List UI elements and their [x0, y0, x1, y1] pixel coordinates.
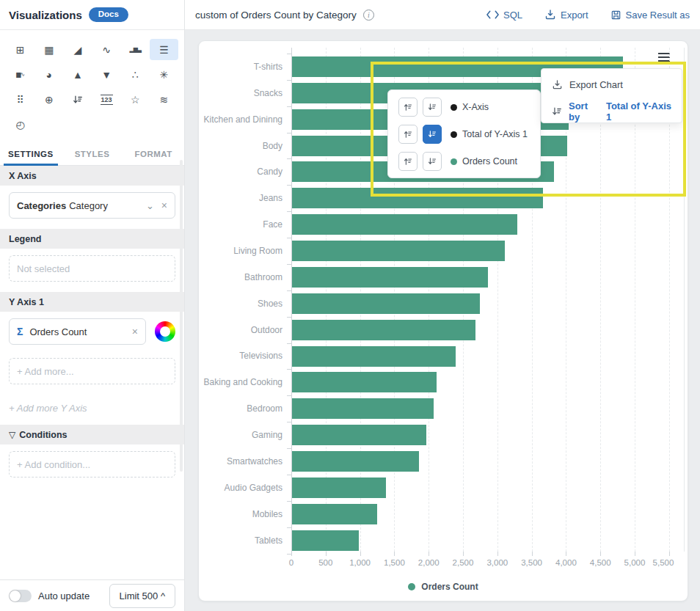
y-tick-mark [287, 290, 291, 291]
sort-asc-button[interactable] [398, 152, 418, 171]
sort-desc-button[interactable] [423, 125, 442, 144]
x-tick-mark [669, 552, 670, 556]
y-tick-mark [287, 501, 291, 502]
bar-gaming [292, 425, 426, 445]
scatter-plot-icon[interactable]: ∴ [121, 64, 150, 85]
bar-bedroom [292, 398, 434, 419]
sort-desc-button[interactable] [423, 152, 442, 171]
clear-x-axis-icon[interactable]: × [161, 200, 167, 211]
tab-format[interactable]: FORMAT [123, 142, 184, 165]
category-label: Mobiles [199, 501, 282, 527]
menu-item-sort-by[interactable]: Sort byTotal of Y-Axis 1 [542, 95, 682, 128]
category-label: Living Room [199, 238, 282, 264]
y-tick-mark [287, 106, 291, 107]
bar-audio-gadgets [292, 478, 386, 498]
sort-row-label: Orders Count [462, 156, 517, 167]
menu-item-label: Export Chart [569, 79, 623, 90]
category-label: T-shirts [199, 54, 282, 80]
y-tick-mark [287, 158, 291, 159]
category-label: Kitchen and Dininng [199, 106, 282, 133]
sort-desc-button[interactable] [423, 98, 442, 117]
category-label: Outdoor [199, 317, 282, 343]
x-tick-mark [566, 552, 566, 556]
funnel-chart-icon[interactable]: ▼ [92, 64, 121, 85]
color-wheel-picker[interactable] [155, 321, 175, 342]
menu-item-value: Total of Y-Axis 1 [606, 100, 671, 122]
export-icon [552, 79, 563, 90]
limit-button[interactable]: Limit 500 ^ [109, 584, 175, 608]
bar-face [292, 214, 517, 235]
export-button[interactable]: Export [544, 9, 588, 21]
bar-jeans [292, 188, 543, 208]
add-more-y-axis[interactable]: + Add more Y Axis [0, 391, 184, 425]
x-tick-mark [291, 552, 292, 556]
y-tick-mark [287, 422, 291, 422]
series-bullet [451, 104, 457, 111]
y-tick-mark [287, 475, 291, 475]
y-tick-mark [287, 185, 291, 186]
radar-chart-icon[interactable]: ☆ [121, 89, 150, 110]
number-kpi-icon[interactable]: 123 [92, 89, 121, 110]
x-tick-mark [360, 552, 361, 556]
bar-tablets [292, 530, 359, 551]
category-label: Televisions [199, 343, 282, 370]
bar-televisions [292, 346, 456, 367]
pie-chart-icon[interactable]: ◕ [34, 64, 63, 85]
docs-badge[interactable]: Docs [89, 7, 128, 22]
category-label: Tablets [199, 527, 282, 554]
sort-asc-button[interactable] [398, 98, 418, 117]
pyramid-chart-icon[interactable]: ▲ [63, 64, 92, 85]
category-label: Bathroom [199, 264, 282, 290]
y-tick-mark [287, 54, 291, 54]
conditions-section-header: ▽Conditions [0, 425, 184, 444]
save-result-button[interactable]: Save Result as [610, 10, 690, 21]
toolbar-actions: SQL Export Save Result as [486, 9, 690, 21]
sort-asc-button[interactable] [398, 125, 418, 144]
horizontal-bar-chart-icon[interactable]: ☰ [150, 39, 178, 60]
parallel-chart-icon[interactable]: ≋ [150, 89, 178, 110]
sidebar-scrollbar[interactable] [180, 160, 183, 472]
map-chart-icon[interactable]: ⊕ [34, 89, 63, 110]
bar-outdoor [292, 320, 475, 340]
y-axis-field-label: Orders Count [29, 326, 131, 337]
menu-item-export-chart[interactable]: Export Chart [542, 74, 682, 95]
app: Visualizations Docs ⊞▦◢∿▂▆▃☰▆∿◕▲▼∴✳⠿⊕123… [0, 0, 700, 611]
x-tick-mark [326, 552, 327, 556]
bar-shoes [292, 293, 480, 314]
add-condition-field[interactable]: + Add condition... [9, 451, 175, 478]
x-tick-mark [635, 552, 635, 556]
table-icon[interactable]: ⊞ [6, 39, 34, 60]
combo-chart-icon[interactable]: ▆∿ [6, 64, 34, 85]
x-tick-mark [394, 552, 395, 556]
info-icon[interactable]: i [363, 10, 374, 21]
y-tick-mark [287, 80, 291, 81]
cluster-chart-icon[interactable]: ✳ [150, 64, 178, 85]
chevron-down-icon[interactable]: ⌄ [146, 200, 154, 211]
sort-row: Orders Count [398, 152, 540, 171]
pivot-table-icon[interactable]: ▦ [34, 39, 63, 60]
sql-button[interactable]: SQL [486, 10, 522, 21]
auto-update-toggle[interactable] [9, 590, 32, 602]
y-tick-mark [287, 395, 291, 396]
chart-legend[interactable]: Orders Count [199, 582, 688, 592]
x-tick-mark [429, 552, 429, 556]
add-more-field[interactable]: + Add more... [9, 358, 175, 384]
category-label: Smartwatches [199, 448, 282, 475]
dot-matrix-chart-icon[interactable]: ⠿ [6, 89, 34, 110]
gauge-chart-icon[interactable]: ◴ [6, 114, 34, 135]
sort-list-icon[interactable] [63, 89, 92, 110]
tab-styles[interactable]: STYLES [62, 142, 123, 165]
x-axis-field[interactable]: Categories Category ⌄ × [9, 192, 175, 219]
line-chart-icon[interactable]: ∿ [92, 39, 121, 60]
legend-field[interactable]: Not selected [9, 255, 175, 282]
conditions-header-label: Conditions [19, 430, 67, 440]
bar-chart-icon[interactable]: ▂▆▃ [121, 39, 150, 60]
clear-y-axis-icon[interactable]: × [132, 326, 138, 337]
y-axis-field[interactable]: Σ Orders Count × [9, 318, 146, 345]
area-chart-icon[interactable]: ◢ [63, 39, 92, 60]
bar-smartwatches [292, 451, 419, 472]
legend-section-header: Legend [0, 229, 184, 249]
panel-title: Visualizations [9, 9, 82, 21]
sort-desc-icon [552, 106, 562, 117]
tab-settings[interactable]: SETTINGS [0, 142, 62, 165]
